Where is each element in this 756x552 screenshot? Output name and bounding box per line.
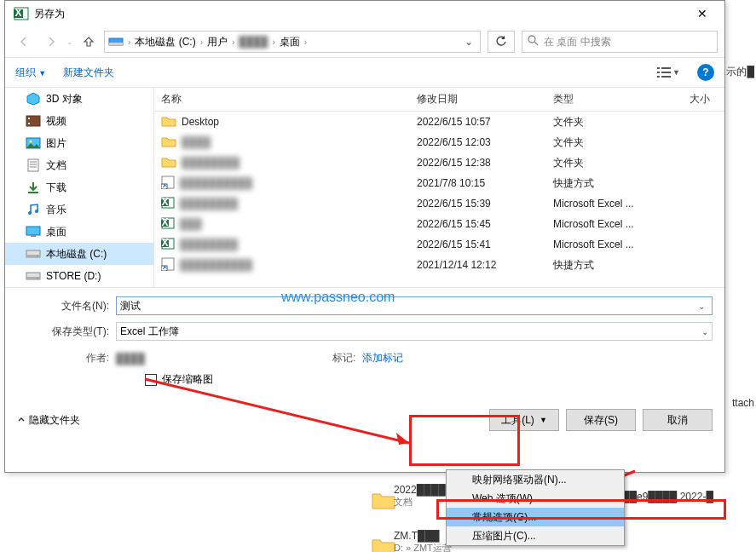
desktop-icon <box>26 225 41 239</box>
tools-button[interactable]: 工具(L)▼ <box>489 409 559 431</box>
breadcrumb-item[interactable]: 用户 <box>205 35 229 49</box>
sidebar-item-desktop[interactable]: 桌面 <box>5 221 153 243</box>
file-date: 2021/12/14 12:12 <box>410 259 546 271</box>
file-name: ███ <box>180 218 202 230</box>
sidebar-item-label: 图片 <box>46 136 66 151</box>
chevron-icon <box>17 416 26 424</box>
excel-icon: X <box>161 216 175 233</box>
refresh-button[interactable] <box>488 31 515 53</box>
chevron-right-icon: › <box>125 37 133 47</box>
file-name: ████████ <box>180 198 238 210</box>
svg-point-22 <box>28 211 32 215</box>
col-size[interactable]: 大小 <box>666 92 717 106</box>
filename-value: 测试 <box>120 299 141 313</box>
filename-input[interactable]: 测试 ⌄ <box>116 296 713 315</box>
file-row[interactable]: X███2022/6/15 15:45Microsoft Excel ... <box>154 214 724 234</box>
sidebar-item-label: 文档 <box>46 158 66 173</box>
menu-item[interactable]: Web 选项(W)... <box>447 489 624 508</box>
breadcrumb-dropdown[interactable]: ⌄ <box>459 36 478 48</box>
col-type[interactable]: 类型 <box>546 92 666 106</box>
svg-rect-12 <box>661 76 671 78</box>
close-button[interactable]: ✕ <box>684 2 721 26</box>
view-mode-button[interactable]: ▼ <box>657 66 680 78</box>
file-date: 2022/6/15 12:38 <box>410 157 546 169</box>
col-date[interactable]: 修改日期 <box>410 92 546 106</box>
file-list-body[interactable]: Desktop2022/6/15 10:57文件夹████2022/6/15 1… <box>154 112 724 287</box>
sidebar-item-disk[interactable]: 本地磁盘 (C:) <box>5 243 153 265</box>
svg-text:X: X <box>14 7 21 19</box>
up-button[interactable] <box>77 30 101 54</box>
filetype-value: Excel 工作簿 <box>120 325 179 339</box>
breadcrumb[interactable]: › 本地磁盘 (C:) › 用户 › ████ › 桌面 › ⌄ <box>104 31 481 53</box>
svg-point-5 <box>528 36 535 43</box>
menu-item[interactable]: 压缩图片(C)... <box>447 526 624 545</box>
help-button[interactable]: ? <box>697 64 714 81</box>
dropdown-icon[interactable]: ⌄ <box>698 302 708 311</box>
organize-menu[interactable]: 组织 ▼ <box>15 66 46 80</box>
sidebar: 3D 对象视频图片文档下载音乐桌面本地磁盘 (C:)STORE (D:) <box>5 88 154 287</box>
folder-icon <box>161 135 176 150</box>
menu-item[interactable]: 映射网络驱动器(N)... <box>447 470 624 489</box>
sidebar-item-label: 音乐 <box>46 203 66 217</box>
sidebar-item-label: 下载 <box>46 181 66 195</box>
title-bar: X 另存为 ✕ <box>5 1 724 26</box>
bg-file-row: 2022████ 文档 <box>372 484 446 509</box>
excel-app-icon: X <box>14 6 29 21</box>
file-row[interactable]: ████████2022/6/15 12:38文件夹 <box>154 152 724 173</box>
file-row[interactable]: X████████2022/6/15 15:39Microsoft Excel … <box>154 193 724 214</box>
sidebar-item-picture[interactable]: 图片 <box>5 132 153 154</box>
save-button[interactable]: 保存(S) <box>566 409 636 431</box>
toolbar: 组织 ▼ 新建文件夹 ▼ ? <box>5 57 724 88</box>
hide-folders-toggle[interactable]: 隐藏文件夹 <box>17 413 80 428</box>
file-row[interactable]: ████2022/6/15 12:03文件夹 <box>154 132 724 152</box>
menu-item[interactable]: 常规选项(G)... <box>447 508 624 526</box>
sidebar-item-doc[interactable]: 文档 <box>5 154 153 176</box>
bg-file-name: 2022████ <box>394 484 446 496</box>
search-input[interactable]: 在 桌面 中搜索 <box>522 31 718 53</box>
file-name: Desktop <box>182 116 219 128</box>
sidebar-item-3d[interactable]: 3D 对象 <box>5 88 153 110</box>
tags-input[interactable]: 添加标记 <box>362 351 403 365</box>
file-date: 2022/6/15 12:03 <box>410 136 546 148</box>
sidebar-item-disk[interactable]: STORE (D:) <box>5 265 153 287</box>
col-name[interactable]: 名称 <box>154 92 410 106</box>
file-date: 2022/6/15 15:41 <box>410 239 546 250</box>
chevron-right-icon: › <box>229 37 237 47</box>
file-name: ██████████ <box>180 259 252 271</box>
disk-icon <box>26 247 41 261</box>
svg-text:X: X <box>161 237 168 249</box>
sidebar-item-music[interactable]: 音乐 <box>5 198 153 221</box>
excel-icon: X <box>161 196 175 212</box>
file-row[interactable]: X████████2022/6/15 15:41Microsoft Excel … <box>154 234 724 255</box>
forward-button[interactable] <box>39 30 63 54</box>
file-name: ████████ <box>182 157 239 169</box>
file-type: 文件夹 <box>546 115 666 129</box>
file-type: Microsoft Excel ... <box>546 239 666 250</box>
doc-icon <box>26 158 41 172</box>
filetype-select[interactable]: Excel 工作簿 ⌄ <box>116 322 713 341</box>
file-type: 快捷方式 <box>546 176 666 191</box>
sidebar-item-download[interactable]: 下载 <box>5 176 153 198</box>
search-icon <box>528 35 539 49</box>
file-row[interactable]: ██████████2021/12/14 12:12快捷方式 <box>154 255 724 275</box>
new-folder-button[interactable]: 新建文件夹 <box>63 66 114 80</box>
bg-side-text: ttach <box>732 397 754 409</box>
back-button[interactable] <box>12 30 36 54</box>
tools-dropdown-menu: 映射网络驱动器(N)...Web 选项(W)...常规选项(G)...压缩图片(… <box>446 469 625 546</box>
thumbnail-checkbox[interactable] <box>145 374 157 386</box>
svg-point-31 <box>37 278 38 279</box>
author-value[interactable]: ████ <box>116 353 145 365</box>
file-row[interactable]: ██████████2021/7/8 10:15快捷方式 <box>154 173 724 193</box>
3d-icon <box>26 92 41 106</box>
svg-rect-13 <box>26 116 40 126</box>
breadcrumb-item[interactable]: 桌面 <box>278 35 302 49</box>
breadcrumb-item[interactable]: 本地磁盘 (C:) <box>133 35 197 49</box>
svg-rect-15 <box>28 123 30 124</box>
breadcrumb-item[interactable]: ████ <box>237 36 269 48</box>
file-row[interactable]: Desktop2022/6/15 10:57文件夹 <box>154 112 724 132</box>
svg-rect-8 <box>661 67 671 69</box>
disk-icon <box>26 269 41 283</box>
history-dropdown[interactable]: ⌄ <box>66 37 73 46</box>
sidebar-item-video[interactable]: 视频 <box>5 110 153 132</box>
cancel-button[interactable]: 取消 <box>643 409 713 431</box>
